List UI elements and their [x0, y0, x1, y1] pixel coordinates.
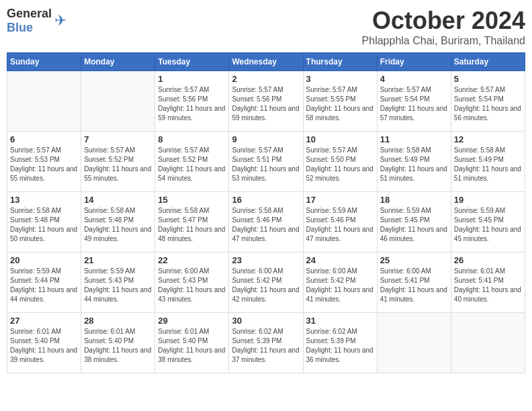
logo-blue: Blue — [7, 21, 33, 34]
calendar-week-row: 27Sunrise: 6:01 AMSunset: 5:40 PMDayligh… — [7, 313, 525, 373]
weekday-header: Sunday — [7, 53, 81, 71]
logo-general: General — [7, 7, 52, 20]
calendar-cell: 29Sunrise: 6:01 AMSunset: 5:40 PMDayligh… — [155, 313, 229, 373]
day-info: Sunrise: 5:57 AMSunset: 5:56 PMDaylight:… — [232, 85, 300, 123]
calendar-cell: 4Sunrise: 5:57 AMSunset: 5:54 PMDaylight… — [377, 71, 451, 132]
calendar-cell: 11Sunrise: 5:58 AMSunset: 5:49 PMDayligh… — [377, 132, 451, 192]
calendar-week-row: 20Sunrise: 5:59 AMSunset: 5:44 PMDayligh… — [7, 253, 525, 313]
calendar-cell: 19Sunrise: 5:59 AMSunset: 5:45 PMDayligh… — [451, 192, 525, 253]
day-number: 28 — [84, 316, 152, 326]
day-info: Sunrise: 6:00 AMSunset: 5:42 PMDaylight:… — [232, 267, 300, 304]
day-info: Sunrise: 5:58 AMSunset: 5:48 PMDaylight:… — [10, 206, 78, 244]
day-info: Sunrise: 6:01 AMSunset: 5:40 PMDaylight:… — [10, 327, 78, 365]
weekday-header: Monday — [81, 53, 155, 71]
calendar-cell: 12Sunrise: 5:58 AMSunset: 5:49 PMDayligh… — [451, 132, 525, 192]
calendar-cell: 22Sunrise: 6:00 AMSunset: 5:43 PMDayligh… — [155, 253, 229, 313]
day-number: 1 — [158, 74, 226, 84]
day-info: Sunrise: 5:59 AMSunset: 5:46 PMDaylight:… — [306, 206, 374, 244]
day-info: Sunrise: 6:00 AMSunset: 5:42 PMDaylight:… — [306, 267, 374, 304]
weekday-header: Thursday — [303, 53, 377, 71]
calendar-cell: 10Sunrise: 5:57 AMSunset: 5:50 PMDayligh… — [303, 132, 377, 192]
calendar-cell: 25Sunrise: 6:00 AMSunset: 5:41 PMDayligh… — [377, 253, 451, 313]
calendar-cell: 5Sunrise: 5:57 AMSunset: 5:54 PMDaylight… — [451, 71, 525, 132]
day-info: Sunrise: 5:59 AMSunset: 5:43 PMDaylight:… — [84, 267, 152, 304]
calendar-cell: 28Sunrise: 6:01 AMSunset: 5:40 PMDayligh… — [81, 313, 155, 373]
day-number: 25 — [380, 255, 448, 265]
day-info: Sunrise: 5:57 AMSunset: 5:52 PMDaylight:… — [84, 146, 152, 183]
day-info: Sunrise: 5:57 AMSunset: 5:54 PMDaylight:… — [380, 85, 448, 123]
title-block: October 2024 Phlapphla Chai, Buriram, Th… — [362, 7, 525, 47]
calendar-cell — [377, 313, 451, 373]
calendar-table: SundayMondayTuesdayWednesdayThursdayFrid… — [7, 52, 525, 373]
calendar-cell: 3Sunrise: 5:57 AMSunset: 5:55 PMDaylight… — [303, 71, 377, 132]
day-number: 8 — [158, 134, 226, 144]
day-info: Sunrise: 6:01 AMSunset: 5:41 PMDaylight:… — [454, 267, 522, 304]
day-number: 20 — [10, 255, 78, 265]
day-number: 22 — [158, 255, 226, 265]
day-info: Sunrise: 5:57 AMSunset: 5:53 PMDaylight:… — [10, 146, 78, 183]
day-info: Sunrise: 5:59 AMSunset: 5:45 PMDaylight:… — [454, 206, 522, 244]
calendar-cell — [451, 313, 525, 373]
day-info: Sunrise: 6:01 AMSunset: 5:40 PMDaylight:… — [84, 327, 152, 365]
calendar-cell: 18Sunrise: 5:59 AMSunset: 5:45 PMDayligh… — [377, 192, 451, 253]
day-number: 5 — [454, 74, 522, 84]
logo: General Blue ✈ — [7, 7, 66, 35]
calendar-cell: 14Sunrise: 5:58 AMSunset: 5:48 PMDayligh… — [81, 192, 155, 253]
calendar-cell: 9Sunrise: 5:57 AMSunset: 5:51 PMDaylight… — [229, 132, 303, 192]
day-info: Sunrise: 5:57 AMSunset: 5:55 PMDaylight:… — [306, 85, 374, 123]
day-number: 10 — [306, 134, 374, 144]
calendar-cell — [81, 71, 155, 132]
day-number: 27 — [10, 316, 78, 326]
calendar-cell: 24Sunrise: 6:00 AMSunset: 5:42 PMDayligh… — [303, 253, 377, 313]
day-number: 23 — [232, 255, 300, 265]
logo-bird-icon: ✈ — [54, 12, 66, 30]
calendar-cell: 27Sunrise: 6:01 AMSunset: 5:40 PMDayligh… — [7, 313, 81, 373]
day-number: 18 — [380, 195, 448, 205]
day-number: 24 — [306, 255, 374, 265]
day-number: 30 — [232, 316, 300, 326]
calendar-cell: 1Sunrise: 5:57 AMSunset: 5:56 PMDaylight… — [155, 71, 229, 132]
day-number: 31 — [306, 316, 374, 326]
calendar-cell: 17Sunrise: 5:59 AMSunset: 5:46 PMDayligh… — [303, 192, 377, 253]
calendar-cell — [7, 71, 81, 132]
day-info: Sunrise: 5:58 AMSunset: 5:49 PMDaylight:… — [454, 146, 522, 183]
calendar-cell: 2Sunrise: 5:57 AMSunset: 5:56 PMDaylight… — [229, 71, 303, 132]
day-info: Sunrise: 6:02 AMSunset: 5:39 PMDaylight:… — [232, 327, 300, 365]
calendar-cell: 16Sunrise: 5:58 AMSunset: 5:46 PMDayligh… — [229, 192, 303, 253]
calendar-cell: 7Sunrise: 5:57 AMSunset: 5:52 PMDaylight… — [81, 132, 155, 192]
day-info: Sunrise: 5:57 AMSunset: 5:56 PMDaylight:… — [158, 85, 226, 123]
day-number: 19 — [454, 195, 522, 205]
day-number: 14 — [84, 195, 152, 205]
day-number: 7 — [84, 134, 152, 144]
day-number: 3 — [306, 74, 374, 84]
day-info: Sunrise: 6:00 AMSunset: 5:43 PMDaylight:… — [158, 267, 226, 304]
day-number: 26 — [454, 255, 522, 265]
calendar-cell: 15Sunrise: 5:58 AMSunset: 5:47 PMDayligh… — [155, 192, 229, 253]
day-number: 16 — [232, 195, 300, 205]
day-info: Sunrise: 5:57 AMSunset: 5:54 PMDaylight:… — [454, 85, 522, 123]
day-number: 11 — [380, 134, 448, 144]
calendar-cell: 31Sunrise: 6:02 AMSunset: 5:39 PMDayligh… — [303, 313, 377, 373]
calendar-cell: 21Sunrise: 5:59 AMSunset: 5:43 PMDayligh… — [81, 253, 155, 313]
day-number: 4 — [380, 74, 448, 84]
location-title: Phlapphla Chai, Buriram, Thailand — [362, 35, 525, 47]
day-number: 17 — [306, 195, 374, 205]
weekday-header: Tuesday — [155, 53, 229, 71]
page-header: General Blue ✈ October 2024 Phlapphla Ch… — [7, 7, 525, 47]
day-info: Sunrise: 6:01 AMSunset: 5:40 PMDaylight:… — [158, 327, 226, 365]
calendar-cell: 6Sunrise: 5:57 AMSunset: 5:53 PMDaylight… — [7, 132, 81, 192]
day-info: Sunrise: 5:57 AMSunset: 5:51 PMDaylight:… — [232, 146, 300, 183]
day-number: 2 — [232, 74, 300, 84]
calendar-week-row: 1Sunrise: 5:57 AMSunset: 5:56 PMDaylight… — [7, 71, 525, 132]
calendar-cell: 8Sunrise: 5:57 AMSunset: 5:52 PMDaylight… — [155, 132, 229, 192]
day-info: Sunrise: 5:57 AMSunset: 5:52 PMDaylight:… — [158, 146, 226, 183]
weekday-header: Saturday — [451, 53, 525, 71]
day-info: Sunrise: 5:58 AMSunset: 5:46 PMDaylight:… — [232, 206, 300, 244]
weekday-header: Wednesday — [229, 53, 303, 71]
day-number: 13 — [10, 195, 78, 205]
calendar-header-row: SundayMondayTuesdayWednesdayThursdayFrid… — [7, 53, 525, 71]
day-number: 12 — [454, 134, 522, 144]
weekday-header: Friday — [377, 53, 451, 71]
day-number: 6 — [10, 134, 78, 144]
month-title: October 2024 — [362, 7, 525, 35]
